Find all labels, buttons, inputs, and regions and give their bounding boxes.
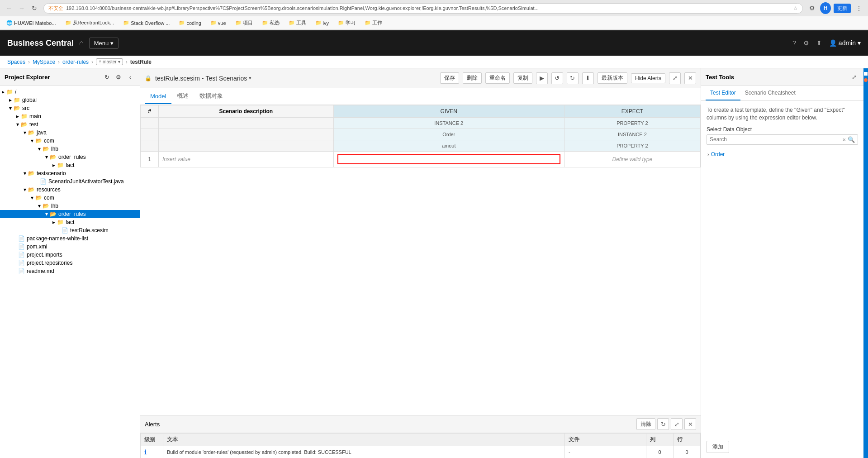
branch-badge[interactable]: ⑂ master ▾ xyxy=(96,58,123,65)
tree-item-selected[interactable]: ▾ 📂 order_rules xyxy=(0,210,140,218)
menu-button[interactable]: Menu ▾ xyxy=(89,38,119,49)
tab-model[interactable]: Model xyxy=(145,89,171,104)
alert-text: Build of module 'order-rules' (requested… xyxy=(163,446,565,458)
tree-item[interactable]: ▸ 📁 fact xyxy=(0,218,140,226)
menu-label: Menu xyxy=(94,40,109,47)
tab-data-objects[interactable]: 数据对象 xyxy=(194,88,228,105)
bookmark-vue[interactable]: 📁 vue xyxy=(208,19,229,27)
delete-button[interactable]: 删除 xyxy=(463,72,482,84)
latest-version-button[interactable]: 最新版本 xyxy=(598,72,627,84)
bookmark-stackoverflow[interactable]: 📁 Stack Overflow ... xyxy=(120,19,172,27)
bookmark-private[interactable]: 📁 私选 xyxy=(259,19,282,27)
address-bar[interactable]: 不安全 192.168.0.104:8080/business-central/… xyxy=(43,3,803,14)
refresh-button[interactable]: ↻ xyxy=(102,72,112,82)
clear-alerts-button[interactable]: 清除 xyxy=(636,418,655,430)
tt-search-input[interactable] xyxy=(710,136,840,143)
tree-item[interactable]: ▾ 📂 order_rules xyxy=(0,153,140,161)
tree-item[interactable]: 📄 testRule.scesim xyxy=(0,226,140,234)
tab-overview[interactable]: 概述 xyxy=(171,88,194,105)
tree-item[interactable]: ▾ 📂 java xyxy=(0,129,140,137)
extensions-button[interactable]: ⚙ xyxy=(806,3,817,14)
bookmark-ivy[interactable]: 📁 ivy xyxy=(313,19,332,27)
admin-button[interactable]: 👤 admin ▾ xyxy=(829,39,861,47)
tree-item[interactable]: ▾ 📂 testscenario xyxy=(0,169,140,177)
expand-button[interactable]: ⤢ xyxy=(669,72,681,84)
tree-item[interactable]: 📄 package-names-white-list xyxy=(0,234,140,243)
dropdown-arrow[interactable]: ▾ xyxy=(249,75,251,81)
hide-alerts-button[interactable]: Hide Alerts xyxy=(631,73,665,83)
close-alerts-button[interactable]: ✕ xyxy=(684,418,696,430)
folder-icon: 📂 xyxy=(28,170,35,177)
folder-icon: 📂 xyxy=(14,105,20,111)
tree-item[interactable]: 📄 pom.xml xyxy=(0,243,140,251)
copy-button[interactable]: 复制 xyxy=(513,72,532,84)
explorer-settings-button[interactable]: ⚙ xyxy=(114,72,123,82)
tt-section: Select Data Object × 🔍 xyxy=(707,126,858,145)
undo-button[interactable]: ↺ xyxy=(551,72,563,84)
value-input[interactable]: 100 xyxy=(337,154,560,164)
close-button[interactable]: ✕ xyxy=(684,72,696,84)
breadcrumb-spaces[interactable]: Spaces xyxy=(7,59,25,65)
tree-item[interactable]: ▾ 📂 lhb xyxy=(0,202,140,210)
tree-item[interactable]: 📄 project.repositories xyxy=(0,259,140,267)
test-tools-panel: Test Tools ⤢ Test Editor Scenario Cheats… xyxy=(701,68,863,458)
menu-button[interactable]: ⋮ xyxy=(854,3,864,14)
bookmark-projects[interactable]: 📁 项目 xyxy=(232,19,256,27)
clear-search-icon[interactable]: × xyxy=(842,136,846,143)
search-icon[interactable]: 🔍 xyxy=(848,136,855,143)
tt-description: To create a test template, define the "G… xyxy=(707,106,858,122)
settings-icon[interactable]: ⚙ xyxy=(803,39,809,47)
tree-item[interactable]: ▾ 📂 resources xyxy=(0,186,140,194)
tree-item[interactable]: ▾ 📂 test xyxy=(0,120,140,129)
redo-button[interactable]: ↻ xyxy=(567,72,579,84)
home-icon[interactable]: ⌂ xyxy=(79,39,84,47)
tree-item[interactable]: ▾ 📂 lhb xyxy=(0,145,140,153)
expand-alerts-button[interactable]: ⤢ xyxy=(671,418,683,430)
indicator-dot xyxy=(864,72,868,76)
tree-item[interactable]: ▸ 📁 main xyxy=(0,112,140,120)
tt-order-item[interactable]: › Order xyxy=(707,149,858,159)
tree-item[interactable]: 📄 readme.md xyxy=(0,267,140,275)
refresh-alerts-button[interactable]: ↻ xyxy=(657,418,669,430)
bookmark-reentrant[interactable]: 📁 从ReentrantLock... xyxy=(62,19,117,27)
profile-button[interactable]: H xyxy=(820,3,831,14)
update-button[interactable]: 更新 xyxy=(834,4,851,13)
add-button[interactable]: 添加 xyxy=(707,441,729,453)
deploy-icon[interactable]: ⬆ xyxy=(816,39,822,47)
tree-item[interactable]: ▸ 📁 fact xyxy=(0,161,140,169)
reload-button[interactable]: ↻ xyxy=(29,3,40,14)
alert-row: 0 xyxy=(674,446,701,458)
run-button[interactable]: ▶ xyxy=(536,72,548,84)
bookmark-coding[interactable]: 📁 coding xyxy=(176,19,204,27)
tab-test-editor[interactable]: Test Editor xyxy=(706,86,740,100)
expand-tt-button[interactable]: ⤢ xyxy=(849,72,859,82)
bookmark-work[interactable]: 📁 工作 xyxy=(362,19,385,27)
tree-item[interactable]: ▾ 📂 com xyxy=(0,137,140,145)
back-button[interactable]: ← xyxy=(4,3,14,14)
help-icon[interactable]: ? xyxy=(792,39,796,47)
bookmark-learning[interactable]: 📁 学习 xyxy=(335,19,358,27)
alerts-header: Alerts 清除 ↻ ⤢ ✕ xyxy=(140,415,701,433)
bookmark-huawei[interactable]: 🌐 HUAWEI Matebo... xyxy=(4,19,59,27)
tree-item[interactable]: ▾ 📂 src xyxy=(0,104,140,112)
breadcrumb-order-rules[interactable]: order-rules xyxy=(62,59,89,65)
forward-button[interactable]: → xyxy=(16,3,27,14)
tree-item[interactable]: 📄 ScenarioJunitActivatorTest.java xyxy=(0,177,140,186)
row-value-cell[interactable]: 100 xyxy=(333,152,564,167)
tree-item[interactable]: ▾ 📂 com xyxy=(0,194,140,202)
rename-button[interactable]: 重命名 xyxy=(485,72,510,84)
save-button[interactable]: 保存 xyxy=(440,72,459,84)
tree-item[interactable]: 📄 project.imports xyxy=(0,251,140,259)
expect-header: EXPECT xyxy=(564,105,700,118)
tree-item[interactable]: ▸ 📁 global xyxy=(0,96,140,104)
tt-search-box: × 🔍 xyxy=(707,134,858,145)
breadcrumb-myspace[interactable]: MySpace xyxy=(33,59,55,65)
tab-scenario-cheatsheet[interactable]: Scenario Cheatsheet xyxy=(740,86,800,100)
bookmarks-bar: 🌐 HUAWEI Matebo... 📁 从ReentrantLock... 📁… xyxy=(0,16,868,30)
tree-item[interactable]: ▸ 📁 / xyxy=(0,88,140,96)
bookmark-icon[interactable]: ☆ xyxy=(793,5,798,11)
collapse-button[interactable]: ‹ xyxy=(125,72,135,82)
content-area: 🔒 testRule.scesim - Test Scenarios ▾ 保存 … xyxy=(140,68,701,458)
bookmark-tools[interactable]: 📁 工具 xyxy=(286,19,309,27)
download-button[interactable]: ⬇ xyxy=(582,72,594,84)
